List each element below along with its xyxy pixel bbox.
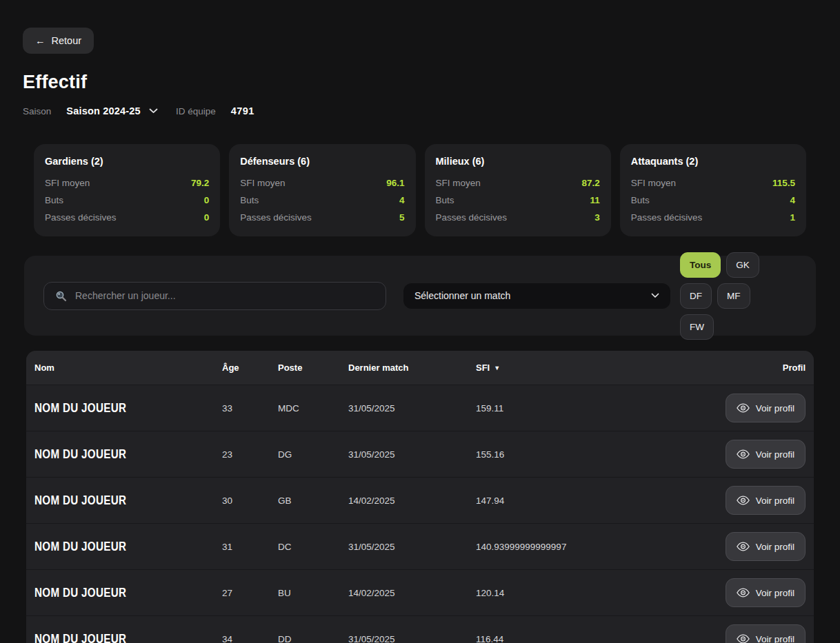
- player-age: 30: [222, 496, 278, 506]
- stat-value: 0: [204, 212, 210, 223]
- stat-label: Passes décisives: [240, 212, 312, 223]
- sort-descending-icon: ▼: [494, 365, 500, 371]
- table-row: NOM DU JOUEUR 31 DC 31/05/2025 140.93999…: [26, 523, 814, 569]
- team-id-label: ID équipe: [176, 106, 216, 116]
- player-last-match: 14/02/2025: [348, 496, 476, 506]
- player-last-match: 31/05/2025: [348, 634, 476, 643]
- player-name: NOM DU JOUEUR: [34, 400, 188, 416]
- player-name: NOM DU JOUEUR: [34, 585, 188, 600]
- card-midfielders: Milieux (6) SFI moyen 87.2 Buts 11 Passe…: [425, 144, 611, 236]
- card-title: Attaquants (2): [631, 156, 795, 167]
- stat-row: Buts 0: [45, 195, 209, 205]
- stat-row: Passes décisives 5: [240, 212, 404, 223]
- back-button[interactable]: ← Retour: [23, 28, 94, 54]
- stat-value: 96.1: [386, 178, 404, 188]
- stat-label: Buts: [45, 195, 63, 205]
- stat-label: SFI moyen: [631, 178, 676, 188]
- stat-label: Buts: [436, 195, 454, 205]
- stat-value: 5: [399, 212, 405, 223]
- back-arrow-icon: ←: [35, 35, 46, 46]
- col-header-name: Nom: [34, 363, 222, 373]
- player-sfi: 155.16: [476, 449, 723, 460]
- stat-label: Passes décisives: [45, 212, 117, 223]
- meta-row: Saison Saison 2024-25 ID équipe 4791: [23, 105, 817, 116]
- player-last-match: 31/05/2025: [348, 403, 476, 414]
- eye-icon: [737, 588, 750, 598]
- eye-icon: [737, 634, 750, 643]
- player-age: 33: [222, 403, 278, 414]
- stat-value: 4: [790, 195, 795, 205]
- stat-value: 0: [204, 195, 210, 205]
- stat-row: SFI moyen 96.1: [240, 178, 404, 188]
- player-name: NOM DU JOUEUR: [34, 631, 188, 643]
- stat-row: Passes décisives 1: [631, 212, 795, 223]
- season-label: Saison: [23, 106, 51, 116]
- players-table: Nom Âge Poste Dernier match SFI ▼ Profil…: [26, 351, 814, 643]
- stat-row: Buts 4: [631, 195, 795, 205]
- player-position: BU: [278, 588, 348, 598]
- view-profile-button[interactable]: Voir profil: [726, 624, 806, 643]
- view-profile-button[interactable]: Voir profil: [726, 578, 806, 607]
- view-profile-label: Voir profil: [756, 449, 794, 460]
- stat-value: 115.5: [772, 178, 795, 188]
- stat-row: Buts 4: [240, 195, 404, 205]
- col-header-sfi[interactable]: SFI ▼: [476, 363, 723, 373]
- player-age: 34: [222, 634, 278, 643]
- page-title: Effectif: [23, 72, 817, 93]
- stat-label: Buts: [631, 195, 650, 205]
- view-profile-button[interactable]: Voir profil: [726, 532, 806, 561]
- stat-row: SFI moyen 79.2: [45, 178, 209, 188]
- player-position: MDC: [278, 403, 348, 414]
- stat-row: SFI moyen 87.2: [436, 178, 600, 188]
- player-age: 27: [222, 588, 278, 598]
- view-profile-button[interactable]: Voir profil: [726, 440, 806, 469]
- card-goalkeepers: Gardiens (2) SFI moyen 79.2 Buts 0 Passe…: [34, 144, 220, 236]
- card-defenders: Défenseurs (6) SFI moyen 96.1 Buts 4 Pas…: [229, 144, 415, 236]
- view-profile-label: Voir profil: [756, 588, 794, 598]
- back-button-label: Retour: [52, 35, 82, 46]
- filter-fw-button[interactable]: FW: [680, 314, 714, 340]
- player-sfi: 120.14: [476, 588, 723, 598]
- match-select[interactable]: Sélectionner un match: [403, 283, 670, 309]
- view-profile-label: Voir profil: [756, 542, 794, 552]
- player-sfi: 159.11: [476, 403, 723, 414]
- squad-page: ← Retour Effectif Saison Saison 2024-25 …: [0, 0, 840, 643]
- filter-all-button[interactable]: Tous: [680, 252, 721, 278]
- table-header: Nom Âge Poste Dernier match SFI ▼ Profil: [26, 351, 814, 385]
- search-input[interactable]: [75, 290, 374, 301]
- stat-value: 79.2: [191, 178, 209, 188]
- table-row: NOM DU JOUEUR 27 BU 14/02/2025 120.14 Vo…: [26, 569, 814, 615]
- filter-mf-button[interactable]: MF: [717, 283, 750, 309]
- stat-value: 1: [790, 212, 795, 223]
- eye-icon: [737, 449, 750, 459]
- col-header-last-match: Dernier match: [348, 363, 476, 373]
- stat-value: 11: [590, 195, 599, 205]
- player-sfi: 140.93999999999997: [476, 542, 723, 552]
- player-name: NOM DU JOUEUR: [34, 447, 188, 462]
- view-profile-button[interactable]: Voir profil: [726, 394, 806, 422]
- player-name: NOM DU JOUEUR: [34, 493, 188, 508]
- player-last-match: 14/02/2025: [348, 588, 476, 598]
- stat-value: 3: [594, 212, 600, 223]
- card-title: Défenseurs (6): [240, 156, 404, 167]
- filter-gk-button[interactable]: GK: [726, 252, 759, 278]
- player-last-match: 31/05/2025: [348, 449, 476, 460]
- col-header-profile: Profil: [723, 363, 806, 373]
- summary-cards: Gardiens (2) SFI moyen 79.2 Buts 0 Passe…: [34, 144, 806, 236]
- player-position: DG: [278, 449, 348, 460]
- view-profile-button[interactable]: Voir profil: [726, 486, 806, 515]
- player-age: 31: [222, 542, 278, 552]
- player-sfi: 147.94: [476, 496, 723, 506]
- player-name: NOM DU JOUEUR: [34, 539, 188, 554]
- view-profile-label: Voir profil: [756, 496, 794, 506]
- player-last-match: 31/05/2025: [348, 542, 476, 552]
- table-row: NOM DU JOUEUR 34 DD 31/05/2025 116.44 Vo…: [26, 615, 814, 643]
- col-header-position: Poste: [278, 363, 348, 373]
- card-title: Gardiens (2): [45, 156, 209, 167]
- match-select-value: Sélectionner un match: [414, 290, 510, 301]
- season-select[interactable]: Saison 2024-25: [66, 105, 158, 116]
- card-forwards: Attaquants (2) SFI moyen 115.5 Buts 4 Pa…: [620, 144, 806, 236]
- filter-df-button[interactable]: DF: [680, 283, 712, 309]
- season-select-value: Saison 2024-25: [66, 105, 141, 116]
- player-search[interactable]: [43, 282, 386, 310]
